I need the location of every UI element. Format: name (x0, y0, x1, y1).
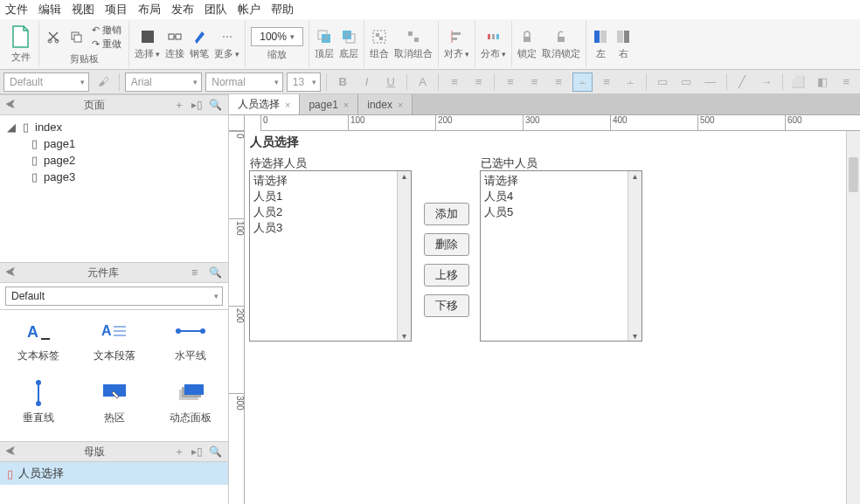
more-label[interactable]: 更多 (214, 47, 239, 60)
add-master-icon[interactable]: ＋ (174, 445, 188, 459)
menu-view[interactable]: 视图 (72, 2, 94, 17)
lib-item-h-line[interactable]: 水平线 (152, 310, 228, 372)
align-icon[interactable] (448, 28, 466, 45)
group-icon[interactable] (371, 28, 388, 45)
list-item[interactable]: 人员5 (484, 204, 624, 220)
align-center-icon[interactable]: ≡ (468, 72, 489, 92)
corner-icon[interactable]: ⬜ (788, 72, 808, 92)
tree-child[interactable]: ▯page1 (3, 135, 225, 152)
text-align-right-icon[interactable]: ≡ (548, 72, 568, 92)
text-valign-top-icon[interactable]: ⫠ (572, 72, 593, 92)
bring-front-icon[interactable] (316, 28, 333, 45)
pin-icon[interactable]: ⮜ (5, 445, 17, 458)
tab-active[interactable]: 人员选择× (229, 94, 300, 114)
list-item[interactable]: 请选择 (253, 173, 393, 189)
shadow-icon[interactable]: ◧ (812, 72, 832, 92)
line-width-icon[interactable]: — (700, 72, 720, 92)
paint-format-icon[interactable]: 🖌 (93, 72, 113, 92)
zoom-input[interactable]: 100% ▾ (251, 27, 303, 46)
pen-icon[interactable] (191, 28, 208, 45)
redo-label[interactable]: ↷ 重做 (90, 38, 123, 51)
ungroup-icon[interactable] (405, 28, 422, 45)
select-icon[interactable] (139, 28, 156, 45)
up-button[interactable]: 上移 (424, 264, 469, 287)
add-button[interactable]: 添加 (424, 203, 469, 225)
fill-icon[interactable]: ▭ (652, 72, 672, 92)
menu-edit[interactable]: 编辑 (38, 2, 61, 17)
library-category-select[interactable]: Default (5, 287, 223, 306)
copy-icon[interactable] (67, 28, 85, 45)
scrollbar[interactable] (628, 171, 642, 341)
left-listbox[interactable]: 请选择 人员1 人员2 人员3 (249, 170, 412, 342)
send-back-icon[interactable] (340, 28, 357, 45)
canvas[interactable]: 人员选择 待选择人员 请选择 人员1 人员2 人员3 已选中人员 (245, 131, 860, 504)
style-select[interactable]: Default (3, 72, 89, 92)
italic-icon[interactable]: I (357, 72, 377, 92)
lib-item-hotspot[interactable]: 热区 (76, 372, 152, 434)
bold-icon[interactable]: B (332, 72, 352, 92)
dock-left-icon[interactable] (592, 28, 609, 45)
right-group-label[interactable]: 已选中人员 (481, 155, 538, 171)
list-item[interactable]: 人员2 (253, 204, 393, 220)
widget-title[interactable]: 人员选择 (250, 135, 299, 150)
dock-right-icon[interactable] (614, 28, 632, 45)
collapse-icon[interactable]: ◢ (7, 121, 16, 134)
close-tab-icon[interactable]: × (343, 100, 349, 110)
search-library-icon[interactable]: 🔍 (209, 266, 223, 279)
font-select[interactable]: Arial (125, 72, 203, 92)
tree-child[interactable]: ▯page2 (3, 152, 225, 169)
list-item[interactable]: 请选择 (484, 173, 624, 189)
line-style-icon[interactable]: ╱ (732, 72, 752, 92)
unlock-icon[interactable] (552, 28, 570, 45)
align-left-icon[interactable]: ≡ (444, 72, 464, 92)
close-tab-icon[interactable]: × (398, 100, 403, 110)
font-color-icon[interactable]: A (413, 72, 433, 92)
pin-icon[interactable]: ⮜ (5, 266, 17, 279)
new-file-icon[interactable] (9, 24, 33, 49)
right-listbox[interactable]: 请选择 人员4 人员5 (480, 170, 642, 342)
search-masters-icon[interactable]: 🔍 (209, 445, 223, 458)
scrollbar[interactable] (397, 171, 411, 341)
canvas-scrollbar[interactable] (846, 131, 860, 504)
search-pages-icon[interactable]: 🔍 (209, 99, 223, 111)
add-folder-icon[interactable]: ▸▯ (191, 445, 205, 458)
tab[interactable]: page1× (300, 94, 358, 114)
close-tab-icon[interactable]: × (285, 100, 290, 110)
lib-item-v-line[interactable]: 垂直线 (0, 372, 76, 434)
text-valign-mid-icon[interactable]: ≡ (596, 72, 616, 92)
more-icon[interactable]: ⋯ (218, 28, 236, 45)
menu-help[interactable]: 帮助 (271, 2, 294, 17)
connect-icon[interactable] (166, 28, 184, 45)
menu-publish[interactable]: 发布 (171, 2, 194, 17)
list-item[interactable]: 人员3 (253, 220, 393, 236)
border-icon[interactable]: ▭ (676, 72, 697, 92)
tree-root[interactable]: ◢ ▯ index (3, 119, 225, 135)
lib-item-dynpanel[interactable]: 动态面板 (152, 372, 228, 434)
add-folder-icon[interactable]: ▸▯ (191, 99, 205, 111)
tree-child[interactable]: ▯page3 (3, 169, 225, 185)
underline-icon[interactable]: U (380, 72, 400, 92)
master-item[interactable]: ▯ 人员选择 (0, 462, 228, 485)
list-item[interactable]: 人员1 (253, 189, 393, 204)
remove-button[interactable]: 删除 (424, 233, 469, 256)
distribute-icon[interactable] (485, 28, 503, 45)
padding-icon[interactable]: ≡ (836, 72, 857, 92)
weight-select[interactable]: Normal (205, 72, 283, 92)
cut-icon[interactable] (45, 28, 62, 45)
text-align-center-icon[interactable]: ≡ (524, 72, 544, 92)
menu-icon[interactable]: ≡ (191, 266, 205, 279)
menu-file[interactable]: 文件 (5, 2, 28, 17)
menu-project[interactable]: 项目 (105, 2, 128, 17)
add-page-icon[interactable]: ＋ (174, 98, 188, 113)
lib-item-text-label[interactable]: A文本标签 (0, 310, 76, 372)
pin-icon[interactable]: ⮜ (5, 99, 17, 111)
menu-account[interactable]: 帐户 (238, 2, 260, 17)
undo-label[interactable]: ↶ 撤销 (90, 24, 123, 37)
text-valign-bot-icon[interactable]: ⫠ (621, 72, 641, 92)
list-item[interactable]: 人员4 (484, 189, 624, 204)
menu-layout[interactable]: 布局 (138, 2, 161, 17)
select-label[interactable]: 选择 (135, 47, 160, 60)
tab[interactable]: index× (358, 94, 413, 114)
text-align-left-icon[interactable]: ≡ (500, 72, 520, 92)
down-button[interactable]: 下移 (424, 294, 469, 317)
